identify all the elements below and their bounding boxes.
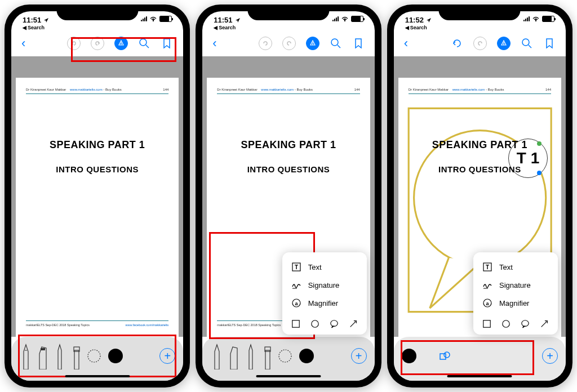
markup-toolbar: + [11, 337, 183, 381]
color-picker[interactable] [299, 349, 314, 363]
markup-toolbar-shape-mode: + [394, 337, 566, 381]
page-header: Dr Kiranpreet Kaur Makkar www.makkarielt… [217, 88, 359, 94]
popup-item-signature[interactable]: Signature [482, 276, 549, 294]
svg-point-19 [279, 350, 291, 362]
popup-item-magnifier[interactable]: aMagnifier [291, 294, 358, 312]
redo-button[interactable] [473, 37, 487, 50]
pen-tool[interactable] [210, 342, 224, 369]
svg-rect-3 [74, 350, 79, 369]
redo-button[interactable] [91, 37, 104, 50]
bookmark-button[interactable] [161, 37, 173, 50]
page-heading-2: INTRO QUESTIONS [217, 164, 359, 174]
popup-signature-label: Signature [308, 281, 340, 289]
popup-item-signature[interactable]: Signature [291, 276, 358, 294]
status-icons [141, 16, 172, 22]
shape-circle[interactable] [501, 319, 511, 329]
shape-arrow[interactable] [540, 319, 549, 329]
shape-rectangle[interactable] [291, 319, 300, 329]
document-viewport[interactable]: Dr Kiranpreet Kaur Makkar www.makkarielt… [11, 56, 183, 337]
svg-point-14 [311, 320, 318, 327]
shape-style-button[interactable] [439, 350, 450, 362]
svg-rect-2 [41, 348, 45, 350]
svg-point-15 [330, 320, 337, 327]
back-button[interactable]: ‹ [404, 36, 408, 51]
status-back-to-search[interactable]: ◀ Search [405, 25, 432, 30]
back-button[interactable]: ‹ [212, 36, 216, 51]
shape-arrow[interactable] [349, 319, 358, 329]
pencil-tool[interactable] [244, 342, 258, 369]
add-shape-popup: TText Signature aMagnifier [282, 252, 367, 335]
pen-tool[interactable] [19, 342, 33, 369]
eraser-tool[interactable] [70, 342, 83, 369]
shape-speech-bubble[interactable] [330, 319, 339, 329]
location-icon [235, 17, 241, 23]
battery-icon [542, 16, 554, 22]
markup-button[interactable] [497, 37, 511, 50]
phone-notch [247, 5, 329, 20]
svg-text:T: T [295, 264, 298, 270]
svg-point-31 [522, 320, 529, 327]
nav-bar: ‹ [202, 34, 374, 56]
marker-tool[interactable] [36, 342, 50, 369]
add-shape-popup: TText Signature aMagnifier [473, 252, 558, 335]
lasso-tool[interactable] [278, 349, 292, 363]
shape-speech-bubble[interactable] [521, 319, 530, 329]
markup-button[interactable] [114, 37, 128, 50]
svg-text:a: a [486, 301, 489, 306]
marker-tool[interactable] [227, 342, 241, 369]
eraser-tool[interactable] [261, 342, 274, 369]
shape-circle[interactable] [310, 319, 319, 329]
page-heading-2: INTRO QUESTIONS [26, 164, 168, 174]
lasso-tool[interactable] [87, 349, 101, 363]
fill-color-picker[interactable] [402, 349, 416, 363]
undo-button[interactable] [259, 37, 272, 50]
bookmark-button[interactable] [543, 37, 556, 50]
page-footer: makkarIELTS Sep-DEC 2018 Speaking Topics… [26, 320, 168, 327]
home-indicator[interactable] [447, 375, 512, 377]
page-heading-1: SPEAKING PART 1 [409, 139, 551, 151]
phone-notch [439, 5, 521, 20]
undo-button[interactable] [67, 37, 81, 50]
redo-button[interactable] [282, 37, 296, 50]
battery-icon [351, 16, 363, 22]
popup-item-text[interactable]: TText [291, 258, 358, 276]
add-shape-button[interactable]: + [159, 348, 175, 364]
search-button[interactable] [330, 37, 342, 50]
wifi-icon [149, 16, 157, 22]
page-header: Dr Kiranpreet Kaur Makkar www.makkarielt… [26, 88, 168, 94]
popup-item-magnifier[interactable]: aMagnifier [482, 294, 549, 312]
add-shape-button[interactable]: + [542, 348, 558, 364]
nav-bar: ‹ [394, 34, 566, 56]
svg-rect-17 [265, 350, 270, 369]
markup-button[interactable] [306, 37, 319, 50]
popup-item-text[interactable]: TText [482, 258, 549, 276]
bookmark-button[interactable] [352, 37, 365, 50]
status-back-to-search[interactable]: ◀ Search [214, 25, 240, 30]
svg-point-34 [444, 352, 450, 358]
shape-rectangle[interactable] [482, 319, 491, 329]
pencil-tool[interactable] [53, 342, 66, 369]
search-button[interactable] [138, 37, 150, 50]
svg-point-20 [522, 39, 529, 46]
popup-magnifier-label: Magnifier [308, 299, 338, 308]
phone-screen-3: 11:52 ◀ Search ‹ Dr Kir [394, 11, 566, 381]
markup-toolbar: + [202, 337, 374, 381]
home-indicator[interactable] [65, 375, 130, 377]
signal-icon [141, 16, 147, 21]
location-icon [426, 17, 432, 23]
status-time: 11:51 [214, 16, 232, 24]
back-button[interactable]: ‹ [21, 36, 25, 51]
add-shape-button[interactable]: + [351, 348, 367, 364]
battery-icon [159, 16, 172, 22]
phone-screen-2: 11:51 ◀ Search ‹ Dr Kir [202, 11, 374, 381]
phone-frame-3: 11:52 ◀ Search ‹ Dr Kir [387, 5, 572, 387]
undo-button[interactable] [451, 37, 463, 50]
search-button[interactable] [521, 37, 533, 50]
status-back-to-search[interactable]: ◀ Search [23, 25, 49, 30]
page-heading-1: SPEAKING PART 1 [26, 139, 168, 151]
home-indicator[interactable] [256, 375, 321, 377]
popup-magnifier-label: Magnifier [499, 299, 529, 308]
phone-frame-1: 11:51 ◀ Search ‹ [5, 5, 190, 387]
svg-rect-13 [292, 320, 299, 327]
color-picker[interactable] [108, 349, 123, 363]
